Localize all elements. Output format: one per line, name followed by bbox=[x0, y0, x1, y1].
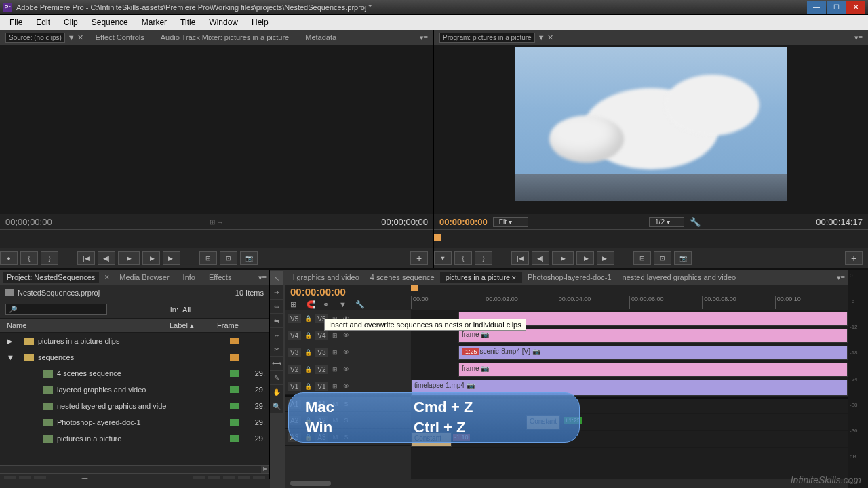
maximize-button[interactable]: ☐ bbox=[827, 1, 846, 14]
step-fwd-icon[interactable]: |▶ bbox=[576, 251, 594, 265]
lift-icon[interactable]: ⊟ bbox=[633, 251, 651, 265]
program-tc-current[interactable]: 00:00:00:00 bbox=[439, 217, 488, 227]
tree-row[interactable]: pictures in a picture29. bbox=[0, 430, 269, 447]
wrench-icon[interactable]: 🔧 bbox=[355, 300, 365, 310]
snap-icon[interactable]: 🧲 bbox=[307, 300, 316, 310]
rate-tool-icon[interactable]: ↔ bbox=[270, 328, 283, 342]
panel-menu-icon[interactable]: ▾≡ bbox=[258, 273, 267, 282]
tab-effect-controls[interactable]: Effect Controls bbox=[92, 32, 149, 43]
mark-out-icon[interactable]: } bbox=[41, 251, 58, 265]
zoom-dropdown[interactable]: 1/2 ▾ bbox=[649, 217, 684, 227]
panel-menu-icon[interactable]: ▾≡ bbox=[837, 273, 845, 282]
panel-menu-icon[interactable]: ▾≡ bbox=[420, 33, 428, 42]
col-name[interactable]: Name bbox=[0, 321, 170, 329]
tab-project[interactable]: Project: NestedSequences bbox=[3, 272, 99, 283]
playhead-icon[interactable] bbox=[411, 285, 418, 291]
program-scrubber[interactable] bbox=[434, 229, 868, 248]
goto-out-icon[interactable]: ▶| bbox=[597, 251, 614, 265]
tab-info[interactable]: Info bbox=[179, 272, 199, 283]
source-dropdown[interactable]: Source: (no clips)▼ ✕ bbox=[5, 33, 83, 43]
track-v3[interactable]: V3 bbox=[288, 348, 301, 357]
tree-row[interactable]: layered graphics and video29. bbox=[0, 382, 269, 398]
goto-in-icon[interactable]: |◀ bbox=[511, 251, 529, 265]
selection-tool-icon[interactable]: ↖ bbox=[270, 271, 283, 285]
menu-help[interactable]: Help bbox=[245, 18, 275, 27]
tab-effects[interactable]: Effects bbox=[205, 272, 235, 283]
track-select-tool-icon[interactable]: ⇥ bbox=[270, 285, 283, 299]
menu-marker[interactable]: Marker bbox=[135, 18, 174, 27]
mark-in-icon[interactable]: { bbox=[454, 251, 472, 265]
timeline-tab[interactable]: l graphics and video bbox=[288, 272, 365, 283]
minimize-button[interactable]: — bbox=[807, 1, 826, 14]
clip[interactable]: frame 📷 bbox=[458, 329, 848, 343]
col-label[interactable]: Label ▴ bbox=[170, 321, 217, 330]
overwrite-icon[interactable]: ⊡ bbox=[220, 251, 237, 265]
link-icon[interactable]: ⚭ bbox=[323, 300, 332, 310]
playhead-icon[interactable] bbox=[434, 234, 441, 241]
timeline-tab[interactable]: nested layered graphics and video bbox=[617, 272, 742, 283]
tree-row[interactable]: nested layered graphics and vide29. bbox=[0, 398, 269, 414]
step-fwd-icon[interactable]: |▶ bbox=[142, 251, 160, 265]
play-button[interactable]: ▶ bbox=[118, 251, 140, 265]
step-back-icon[interactable]: ◀| bbox=[98, 251, 115, 265]
goto-out-icon[interactable]: ▶| bbox=[163, 251, 180, 265]
extract-icon[interactable]: ⊡ bbox=[654, 251, 671, 265]
source-scrubber[interactable] bbox=[0, 229, 433, 248]
menu-window[interactable]: Window bbox=[202, 18, 245, 27]
timeline-tc[interactable]: 00:00:00:00 bbox=[290, 286, 406, 298]
tree-row[interactable]: Photoshop-layered-doc-129. bbox=[0, 414, 269, 430]
timeline-tab-active[interactable]: pictures in a picture✕ bbox=[440, 272, 522, 283]
clip[interactable]: -1:25scenic-8.mp4 [V] 📷 bbox=[458, 346, 848, 360]
track-v2[interactable]: V2 bbox=[288, 365, 301, 374]
add-button[interactable]: + bbox=[410, 251, 428, 265]
timeline-tab[interactable]: Photoshop-layered-doc-1 bbox=[522, 272, 617, 283]
search-input[interactable]: 🔎 bbox=[5, 304, 107, 315]
razor-tool-icon[interactable]: ✂ bbox=[270, 342, 283, 356]
panel-menu-icon[interactable]: ▾≡ bbox=[854, 33, 863, 42]
tab-media-browser[interactable]: Media Browser bbox=[115, 272, 173, 283]
close-button[interactable]: ✕ bbox=[846, 1, 865, 14]
tree-row[interactable]: ▶pictures in a picture clips bbox=[0, 333, 269, 349]
slip-tool-icon[interactable]: ⟷ bbox=[270, 357, 283, 370]
tab-audio-mixer[interactable]: Audio Track Mixer: pictures in a picture bbox=[157, 32, 294, 43]
track-v1[interactable]: V1 bbox=[288, 382, 301, 391]
goto-in-icon[interactable]: |◀ bbox=[77, 251, 95, 265]
timeline-h-scroll[interactable] bbox=[290, 481, 331, 486]
pen-tool-icon[interactable]: ✎ bbox=[270, 371, 283, 384]
tree-row[interactable]: 4 scenes sequence29. bbox=[0, 365, 269, 382]
filter-dropdown[interactable]: All bbox=[182, 306, 264, 314]
insert-icon[interactable]: ⊞ bbox=[199, 251, 217, 265]
mark-out-icon[interactable]: } bbox=[475, 251, 492, 265]
wrench-icon[interactable]: 🔧 bbox=[690, 217, 701, 227]
export-frame-icon[interactable]: 📷 bbox=[674, 251, 692, 265]
menu-edit[interactable]: Edit bbox=[29, 18, 57, 27]
menu-sequence[interactable]: Sequence bbox=[85, 18, 135, 27]
tree-row[interactable]: ▼sequences bbox=[0, 349, 269, 365]
marker-icon[interactable]: ● bbox=[0, 251, 18, 265]
fit-dropdown[interactable]: Fit ▾ bbox=[493, 217, 528, 227]
track-v4[interactable]: V4 bbox=[288, 331, 301, 340]
marker-icon[interactable]: ▼ bbox=[434, 251, 452, 265]
program-dropdown[interactable]: Program: pictures in a picture▼ ✕ bbox=[439, 33, 553, 43]
timeline-ruler[interactable]: 00:00 00:00:02:00 00:00:04:00 00:00:06:0… bbox=[411, 285, 848, 310]
col-frame[interactable]: Frame bbox=[217, 321, 269, 329]
mark-in-icon[interactable]: { bbox=[20, 251, 38, 265]
marker-icon[interactable]: ▼ bbox=[339, 300, 349, 310]
step-back-icon[interactable]: ◀| bbox=[532, 251, 549, 265]
menu-clip[interactable]: Clip bbox=[57, 18, 85, 27]
tab-metadata[interactable]: Metadata bbox=[301, 32, 340, 43]
ripple-tool-icon[interactable]: ⇔ bbox=[270, 300, 283, 313]
timeline-tab[interactable]: 4 scenes sequence bbox=[365, 272, 440, 283]
track-v5[interactable]: V5 bbox=[288, 314, 301, 323]
export-frame-icon[interactable]: 📷 bbox=[240, 251, 258, 265]
hand-tool-icon[interactable]: ✋ bbox=[270, 385, 283, 399]
clip[interactable]: frame 📷 bbox=[458, 363, 848, 377]
zoom-tool-icon[interactable]: 🔍 bbox=[270, 399, 283, 413]
menu-title[interactable]: Title bbox=[174, 18, 202, 27]
rolling-tool-icon[interactable]: ⇆ bbox=[270, 314, 283, 327]
play-button[interactable]: ▶ bbox=[552, 251, 574, 265]
menu-file[interactable]: File bbox=[3, 18, 29, 27]
add-button[interactable]: + bbox=[845, 251, 863, 265]
nest-toggle-icon[interactable]: ⊞ bbox=[290, 300, 300, 310]
project-tree[interactable]: ▶pictures in a picture clips▼sequences4 … bbox=[0, 333, 269, 465]
